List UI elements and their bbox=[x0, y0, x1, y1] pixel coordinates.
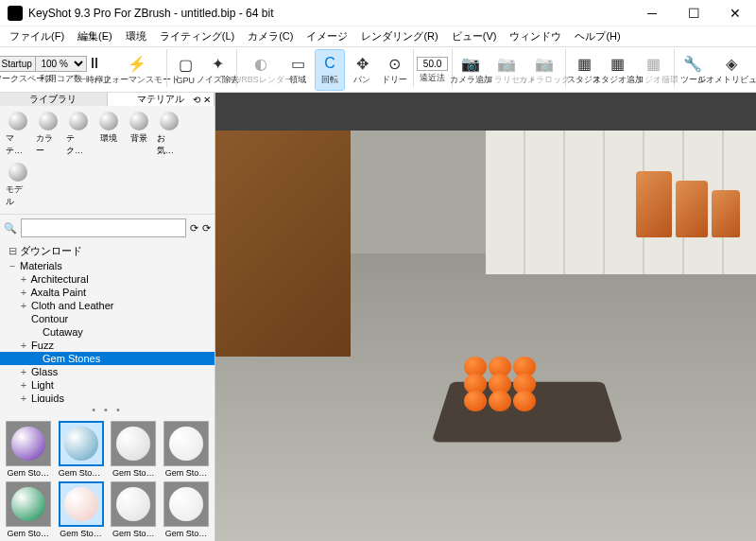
sidebar-category-button[interactable]: 環境 bbox=[94, 110, 123, 159]
maximize-button[interactable]: ☐ bbox=[673, 0, 714, 26]
thumb-label: Gem Sto… bbox=[165, 468, 208, 478]
sidebar-tabs: ライブラリ マテリアル ⟲ ✕ bbox=[0, 93, 215, 106]
tree-item[interactable]: + Cloth and Leather bbox=[0, 299, 215, 312]
toolbar-icon: ▭ bbox=[288, 54, 307, 73]
toolbar-label: スタジオ循環 bbox=[627, 74, 679, 86]
settings-icon[interactable]: ⟳ bbox=[202, 222, 211, 235]
tree-expander-icon[interactable]: + bbox=[19, 340, 28, 351]
toolbar-button[interactable]: ◈ジオメトリビュー bbox=[710, 49, 752, 91]
menu-item[interactable]: ビュー(V) bbox=[446, 27, 503, 45]
tree-item[interactable]: + Fuzz bbox=[0, 339, 215, 352]
window-controls: ─ ☐ ✕ bbox=[631, 0, 756, 26]
tree-item[interactable]: − Materials bbox=[0, 259, 215, 272]
toolbar-button[interactable]: ✥パン bbox=[347, 49, 377, 91]
tree-label: Contour bbox=[28, 313, 68, 324]
tree-item[interactable]: ⊟ ダウンロード bbox=[0, 243, 215, 259]
minimize-button[interactable]: ─ bbox=[631, 0, 673, 26]
thumb-label: Gem Ston… bbox=[59, 468, 104, 478]
toolbar-button[interactable]: C回転 bbox=[315, 49, 345, 91]
thumb-label: Gem Sto… bbox=[112, 529, 155, 538]
toolbar-label: カメラロック bbox=[519, 74, 570, 86]
sidebar-category-button[interactable]: 背景 bbox=[125, 110, 153, 159]
tree-item[interactable]: + Liquids bbox=[0, 392, 215, 402]
sidebar-category-button[interactable]: テク… bbox=[64, 110, 93, 159]
toolbar-icon: ✦ bbox=[208, 54, 227, 73]
tree-label: ダウンロード bbox=[17, 245, 82, 256]
toolbar-button[interactable]: ⚡パフォーマンスモード bbox=[112, 49, 163, 91]
material-thumb[interactable]: Gem Sto… bbox=[162, 481, 211, 538]
menu-item[interactable]: ウィンドウ bbox=[504, 27, 567, 45]
sidebar-category-button[interactable]: マテ… bbox=[4, 110, 32, 159]
sidebar: ライブラリ マテリアル ⟲ ✕ マテ…カラーテク…環境背景お気…モデル 🔍 ⟳ … bbox=[0, 93, 215, 541]
canister bbox=[636, 171, 672, 237]
material-thumb[interactable]: Gem Sto… bbox=[57, 481, 106, 538]
tree-item[interactable]: Gem Stones bbox=[0, 352, 215, 365]
menu-item[interactable]: カメラ(C) bbox=[242, 27, 299, 45]
search-input[interactable] bbox=[21, 218, 186, 237]
menu-item[interactable]: イメージ bbox=[301, 27, 353, 45]
sidebar-category-button[interactable]: カラー bbox=[34, 110, 62, 159]
thumb-image bbox=[59, 421, 104, 466]
tree-item[interactable]: + Light bbox=[0, 378, 215, 392]
tree-item[interactable]: + Axalta Paint bbox=[0, 286, 215, 299]
sidebar-category-button[interactable]: モデル bbox=[4, 161, 32, 210]
tree-expander-icon[interactable]: + bbox=[19, 273, 28, 285]
menu-item[interactable]: 環境 bbox=[120, 27, 152, 45]
thumb-image bbox=[163, 421, 209, 466]
material-thumb[interactable]: Gem Ston… bbox=[57, 421, 106, 478]
splitter-handle[interactable]: • • • bbox=[0, 402, 215, 417]
material-thumb[interactable]: Gem Sto… bbox=[162, 421, 211, 478]
material-sphere-icon bbox=[169, 427, 203, 461]
material-sphere-icon bbox=[169, 487, 203, 521]
tree-label: Glass bbox=[28, 366, 58, 377]
tree-expander-icon[interactable]: ⊟ bbox=[8, 245, 17, 257]
material-thumb[interactable]: Gem Sto… bbox=[4, 421, 53, 478]
tree-item[interactable]: Cutaway bbox=[0, 325, 215, 339]
toolbar-numeric[interactable]: 50.0 bbox=[417, 57, 448, 71]
material-sphere-icon bbox=[11, 427, 45, 461]
thumb-image bbox=[6, 421, 51, 466]
tree-expander-icon[interactable]: + bbox=[19, 366, 28, 377]
menu-item[interactable]: ライティング(L) bbox=[154, 27, 240, 45]
toolbar-icon: 📷 bbox=[497, 54, 516, 73]
filter-icon[interactable]: ⟳ bbox=[190, 222, 198, 235]
material-thumb[interactable]: Gem Sto… bbox=[4, 481, 53, 538]
thumb-image bbox=[59, 481, 104, 527]
sidebar-pin-icon[interactable]: ⟲ ✕ bbox=[193, 95, 211, 105]
tree-item[interactable]: Contour bbox=[0, 312, 215, 325]
tree-expander-icon[interactable]: − bbox=[8, 260, 17, 271]
tab-library[interactable]: ライブラリ bbox=[0, 93, 108, 106]
category-icon bbox=[9, 112, 27, 131]
toolbar-button[interactable]: 100 %利用コア数 bbox=[43, 49, 77, 91]
material-thumb[interactable]: Gem Sto… bbox=[110, 421, 159, 478]
tree-label: Architectural bbox=[28, 273, 89, 285]
render-viewport[interactable] bbox=[215, 93, 756, 541]
menu-item[interactable]: レンダリング(R) bbox=[355, 27, 443, 45]
tree-expander-icon[interactable]: + bbox=[19, 300, 28, 311]
toolbar-button[interactable]: 50.0遠近法 bbox=[418, 49, 448, 91]
menu-item[interactable]: ファイル(F) bbox=[4, 27, 70, 45]
sidebar-category-button[interactable]: お気… bbox=[155, 110, 183, 159]
tree-label: Cutaway bbox=[40, 326, 83, 338]
material-thumb[interactable]: Gem Sto… bbox=[110, 481, 159, 538]
menu-item[interactable]: 編集(E) bbox=[72, 27, 118, 45]
material-sphere-icon bbox=[64, 487, 98, 521]
toolbar-button[interactable]: ⊙ドリー bbox=[379, 49, 409, 91]
toolbar-label: ドリー bbox=[382, 74, 407, 86]
tree-item[interactable]: + Architectural bbox=[0, 272, 215, 286]
toolbar-label: ジオメトリビュー bbox=[697, 74, 756, 86]
canister bbox=[676, 181, 708, 237]
menu-item[interactable]: ヘルプ(H) bbox=[569, 27, 626, 45]
render-scene bbox=[215, 131, 756, 541]
tree-item[interactable]: + Glass bbox=[0, 365, 215, 378]
search-icon: 🔍 bbox=[4, 222, 17, 235]
toolbar-icon: ▢ bbox=[176, 56, 195, 75]
tree-label: Light bbox=[28, 379, 54, 391]
close-button[interactable]: ✕ bbox=[714, 0, 756, 26]
toolbar-icon: ⏸ bbox=[85, 54, 104, 73]
tree-expander-icon[interactable]: + bbox=[19, 379, 28, 391]
tree-expander-icon[interactable]: + bbox=[19, 287, 28, 298]
toolbar-label: パフォーマンスモード bbox=[94, 74, 180, 86]
scene-cabinet bbox=[215, 131, 351, 357]
tree-expander-icon[interactable]: + bbox=[19, 393, 28, 402]
